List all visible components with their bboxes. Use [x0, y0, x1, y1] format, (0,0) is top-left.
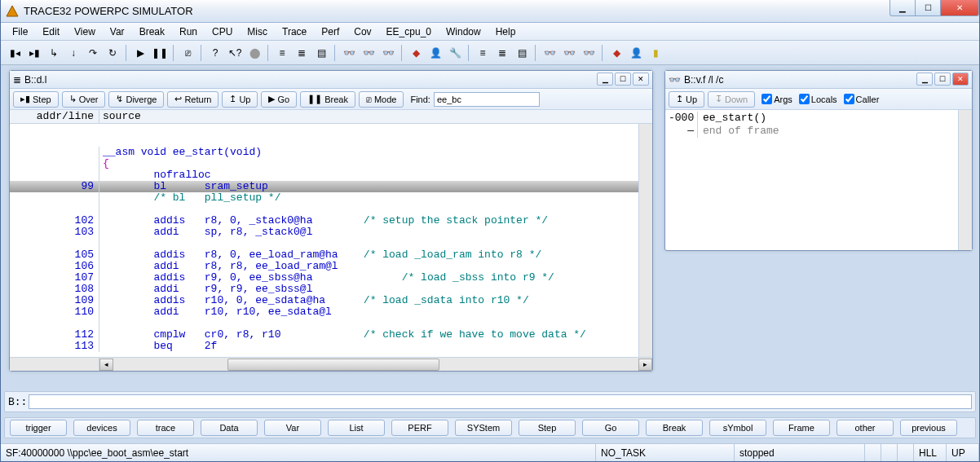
frame-vscroll[interactable]: [958, 110, 972, 250]
frame-maximize-button[interactable]: ☐: [934, 73, 951, 86]
frame-up-button[interactable]: ↥ Up: [669, 91, 704, 108]
list-button[interactable]: List: [328, 420, 385, 436]
diverge-button[interactable]: ↯ Diverge: [108, 91, 164, 108]
sub-minimize-button[interactable]: ▁: [597, 73, 613, 86]
wrench-icon[interactable]: 🔧: [446, 44, 464, 62]
vertical-scrollbar[interactable]: [638, 124, 652, 357]
step-into-icon[interactable]: ↳: [45, 44, 63, 62]
trigger-button[interactable]: trigger: [10, 420, 67, 436]
code-line[interactable]: /* bl pll_setup */: [10, 192, 652, 204]
var-button[interactable]: Var: [264, 420, 321, 436]
scroll-left-icon[interactable]: ◂: [99, 359, 113, 371]
frame-minimize-button[interactable]: ▁: [916, 73, 933, 86]
code-line[interactable]: [10, 318, 652, 329]
binoc4-icon[interactable]: 👓: [541, 44, 558, 62]
menu-break[interactable]: Break: [133, 24, 171, 39]
menu-misc[interactable]: Misc: [241, 24, 274, 39]
system-button[interactable]: SYStem: [455, 420, 512, 436]
run-icon[interactable]: ▶: [131, 44, 149, 62]
step-button[interactable]: ▸▮ Step: [13, 91, 59, 108]
code-line[interactable]: 102 addis r8, 0, _stack0@ha /* setup the…: [10, 215, 652, 227]
menu-window[interactable]: Window: [439, 24, 488, 39]
menu-eecpu0[interactable]: EE_cpu_0: [380, 24, 438, 39]
over-button[interactable]: ↳ Over: [62, 91, 106, 108]
scroll-thumb[interactable]: [227, 359, 439, 371]
menu-help[interactable]: Help: [489, 24, 523, 39]
previous-button[interactable]: previous: [900, 420, 957, 436]
return-button[interactable]: ↩ Return: [167, 91, 219, 108]
caller-checkbox[interactable]: Caller: [844, 94, 880, 104]
step-return-icon[interactable]: ↻: [104, 44, 121, 62]
locals-checkbox[interactable]: Locals: [799, 94, 837, 104]
menu-run[interactable]: Run: [173, 24, 204, 39]
stop-icon[interactable]: ⬤: [245, 44, 263, 62]
menu-edit[interactable]: Edit: [36, 24, 66, 39]
menu-var[interactable]: Var: [104, 24, 131, 39]
args-checkbox[interactable]: Args: [761, 94, 792, 104]
menu-cpu[interactable]: CPU: [205, 24, 239, 39]
list4-icon[interactable]: ≡: [474, 44, 492, 62]
binoc1-icon[interactable]: 👓: [340, 44, 358, 62]
binoc3-icon[interactable]: 👓: [379, 44, 397, 62]
other-button[interactable]: other: [837, 420, 894, 436]
box-red-icon[interactable]: ◆: [407, 44, 425, 62]
step-start-icon[interactable]: ▮◂: [6, 44, 24, 62]
code-line[interactable]: {: [10, 158, 652, 169]
user-icon[interactable]: 👤: [426, 44, 444, 62]
frame-button[interactable]: Frame: [773, 420, 830, 436]
break-button[interactable]: ❚❚ Break: [300, 91, 355, 108]
help-q-icon[interactable]: ?: [206, 44, 224, 62]
menu-cov[interactable]: Cov: [347, 24, 377, 39]
note-icon[interactable]: ▮: [647, 44, 664, 62]
list2-icon[interactable]: ≣: [293, 44, 311, 62]
binoc6-icon[interactable]: 👓: [580, 44, 598, 62]
minimize-button[interactable]: ▁: [890, 0, 916, 16]
code-line[interactable]: 99 bl sram_setup: [10, 181, 652, 192]
step-down-icon[interactable]: ↓: [64, 44, 82, 62]
close-button[interactable]: ✕: [940, 0, 979, 16]
code-line[interactable]: 113 beq 2f: [10, 341, 652, 352]
scroll-right-icon[interactable]: ▸: [638, 359, 652, 371]
list6-icon[interactable]: ▤: [513, 44, 531, 62]
symbol-button[interactable]: sYmbol: [709, 420, 766, 436]
code-line[interactable]: nofralloc: [10, 169, 652, 181]
step-end-icon[interactable]: ▸▮: [25, 44, 43, 62]
menu-trace[interactable]: Trace: [276, 24, 313, 39]
code-line[interactable]: 110 addi r10, r10, ee_sdata@l: [10, 306, 652, 318]
code-line[interactable]: __asm void ee_start(void): [10, 147, 652, 158]
code-line[interactable]: [10, 238, 652, 249]
break2-button[interactable]: Break: [646, 420, 703, 436]
command-input[interactable]: [29, 394, 972, 409]
maximize-button[interactable]: ☐: [915, 0, 941, 16]
go-button[interactable]: ▶ Go: [261, 91, 297, 108]
data-button[interactable]: Data: [201, 420, 258, 436]
help-arrow-icon[interactable]: ↖?: [226, 44, 244, 62]
source-window-title[interactable]: ≣ B::d.l ▁ ☐ ✕: [10, 71, 652, 89]
perf-button[interactable]: PERF: [391, 420, 448, 436]
user2-icon[interactable]: 👤: [627, 44, 645, 62]
list5-icon[interactable]: ≣: [493, 44, 511, 62]
list3-icon[interactable]: ▤: [312, 44, 330, 62]
list1-icon[interactable]: ≡: [273, 44, 291, 62]
menu-perf[interactable]: Perf: [315, 24, 346, 39]
frame-row[interactable]: -000ee_start(): [669, 112, 969, 125]
menu-file[interactable]: File: [6, 24, 34, 39]
code-line[interactable]: 109 addis r10, 0, ee_sdata@ha /* load _s…: [10, 295, 652, 306]
devices-button[interactable]: devices: [73, 420, 130, 436]
binoc2-icon[interactable]: 👓: [360, 44, 377, 62]
frame-row[interactable]: —end of frame: [669, 125, 969, 138]
horizontal-scrollbar[interactable]: ◂ ▸: [10, 357, 652, 371]
pause-icon[interactable]: ❚❚: [151, 44, 169, 62]
binoc5-icon[interactable]: 👓: [560, 44, 578, 62]
code-line[interactable]: 112 cmplw cr0, r8, r10 /* check if we ha…: [10, 329, 652, 341]
box-red2-icon[interactable]: ◆: [607, 44, 625, 62]
frame-window-title[interactable]: 👓 B::v.f /l /c ▁ ☐ ✕: [665, 71, 972, 89]
sub-maximize-button[interactable]: ☐: [615, 73, 631, 86]
step2-button[interactable]: Step: [519, 420, 576, 436]
sub-close-button[interactable]: ✕: [633, 73, 649, 86]
go2-button[interactable]: Go: [582, 420, 639, 436]
menu-view[interactable]: View: [68, 24, 102, 39]
code-line[interactable]: 106 addi r8, r8, ee_load_ram@l: [10, 261, 652, 272]
frame-down-button[interactable]: ↧ Down: [708, 91, 755, 108]
step-over-icon[interactable]: ↷: [84, 44, 102, 62]
